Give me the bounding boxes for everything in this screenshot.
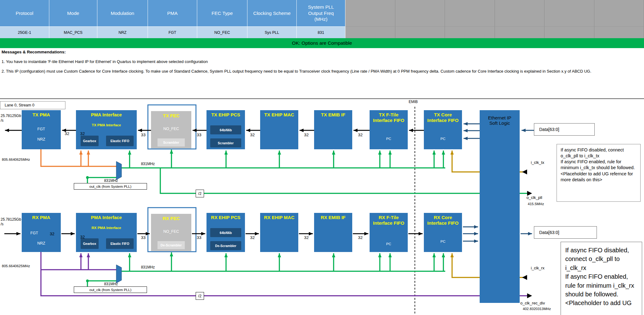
rx-core-fifo-block: RX Core Interface FIFO PC — [424, 213, 462, 252]
rx-pma-interface-title: PMA Interface — [76, 213, 137, 220]
table-value-cell[interactable]: NO_FEC — [197, 27, 247, 38]
tx-async-fifo-note: If async FIFO disabled, connect o_clk_pl… — [557, 144, 641, 202]
rx-ehip-pcs-block: RX EHIP PCS 64b/66b De-Scrambler — [207, 213, 245, 252]
table-value-cell-empty — [594, 27, 644, 38]
lane-label-box: Lane 0, Stream 0 — [0, 101, 65, 109]
emib-label: EMIB — [409, 100, 422, 104]
rx-ftile-fifo-title: RX F-Tile Interface FIFO — [370, 213, 408, 226]
tx-core-fifo-title: TX Core Interface FIFO — [424, 110, 462, 123]
i-clk-rx-label: i_clk_rx — [531, 266, 557, 270]
rx-fec-block: RX FEC NO_FEC De-Scrambler — [151, 214, 191, 251]
messages-title: Messages & Recommendations: — [2, 50, 641, 54]
bus-width-label: 33 — [192, 133, 206, 137]
table-value-cell[interactable]: Sys PLL — [247, 27, 297, 38]
tx-fec-mode: NO_FEC — [151, 127, 191, 131]
rx-pma-clock-label: 805.6640625MHz — [2, 264, 41, 268]
tx-pma-interface-subtitle: TX PMA Interface — [76, 123, 137, 127]
rx-pma-interface-subtitle: RX PMA Interface — [76, 226, 137, 230]
bus-width-label: 32 — [246, 235, 259, 240]
message-item: 1. You have to instantiate 'F-tile Ether… — [2, 59, 641, 65]
bus-width-label: 32 — [353, 133, 367, 137]
bus-width-label: 33 — [192, 235, 206, 240]
table-header-cell-empty — [395, 0, 445, 27]
rx-gearbox-subblock: Gearbox — [81, 238, 99, 249]
messages-section: Messages & Recommendations: 1. You have … — [2, 50, 641, 78]
rx-ehip-pcs-title: RX EHIP PCS — [207, 213, 245, 220]
table-header-cell-empty — [345, 0, 395, 27]
tx-831mhz-mux-label: 831MHz — [101, 178, 121, 183]
table-value-cell-empty — [544, 27, 594, 38]
table-value-cell-empty — [345, 27, 395, 38]
rx-emib-if-block: RX EMIB IF — [314, 213, 352, 252]
rx-fec-mode: NO_FEC — [151, 229, 191, 234]
table-value-cell[interactable]: 831 — [297, 27, 345, 38]
tx-ehip-pcs-block: TX EHIP PCS 64b/66b Scrambler — [207, 110, 245, 149]
message-item: 2. This IP (configuration) must use Cust… — [2, 69, 641, 74]
tx-ftile-fifo-title: TX F-Tile Interface FIFO — [370, 110, 408, 123]
table-header-cell-empty — [544, 0, 594, 27]
tx-gearbox-subblock: Gearbox — [81, 136, 99, 146]
tx-pma-title: TX PMA — [22, 110, 61, 118]
tx-serial-rate-label: 25.78125Gb/s — [1, 114, 22, 123]
rx-fec-descrambler-subblock: De-Scrambler — [158, 241, 185, 249]
rx-ftile-fifo-pc: PC — [370, 242, 408, 246]
table-value-cell[interactable]: NRZ — [97, 27, 148, 38]
rx-core-fifo-pc: PC — [424, 240, 462, 243]
rx-emib-if-title: RX EMIB IF — [314, 213, 352, 220]
tx-fec-scrambler-subblock: Scrambler — [158, 138, 185, 146]
tx-ftile-fifo-block: TX F-Tile Interface FIFO PC — [370, 110, 408, 149]
table-value-cell-empty — [445, 27, 495, 38]
compatibility-status-bar: OK: Options are Compatible — [0, 38, 644, 48]
rx-div2-box: /2 — [196, 292, 204, 300]
tx-64b66b-subblock: 64b/66b — [210, 125, 241, 134]
rx-serial-rate-label: 25.78125Gb/s — [1, 217, 22, 227]
config-table: ProtocolModeModulationPMAFEC TypeClockin… — [0, 0, 644, 38]
i-clk-tx-label: i_clk_tx — [531, 160, 557, 165]
bus-width-label: 32 — [77, 235, 88, 239]
o-clk-pll-label: o_clk_pll — [526, 195, 553, 200]
rx-out-clk-box: out_clk (from System PLL) — [74, 286, 147, 293]
rx-elastic-fifo-subblock: Elastic FIFO — [106, 238, 134, 249]
table-value-cell[interactable]: MAC_PCS — [49, 27, 97, 38]
tx-fec-block: TX FEC NO_FEC Scrambler — [151, 111, 191, 148]
tx-scrambler-subblock: Scrambler — [210, 138, 241, 147]
ethernet-ip-soft-logic-block: Ethernet IP Soft Logic — [480, 110, 520, 303]
tx-pma-modulation: NRZ — [22, 137, 61, 142]
table-header-cell-empty — [594, 0, 644, 27]
rx-pma-modulation: NRZ — [22, 241, 61, 245]
tx-out-clk-box: out_clk (from System PLL) — [74, 183, 147, 190]
configuration-tool-page: ProtocolModeModulationPMAFEC TypeClockin… — [0, 0, 644, 315]
table-header-cell-empty — [445, 0, 495, 27]
table-header-cell: PMA — [148, 0, 197, 27]
o-clk-rec-div-freq-label: 402.8320313MHz — [523, 307, 563, 311]
table-header-cell: Clocking Scheme — [247, 0, 297, 27]
rx-async-fifo-note: If async FIFO disabled, connect o_clk_pl… — [561, 242, 642, 315]
table-header-cell-empty — [495, 0, 545, 27]
tx-core-fifo-pc: PC — [424, 137, 462, 141]
tx-pma-type: FGT — [22, 127, 61, 131]
tx-pma-clock-label: 805.6640625MHz — [2, 158, 41, 161]
rx-64b66b-subblock: 64b/66b — [210, 228, 241, 237]
bus-width-label: 32 — [246, 133, 259, 137]
tx-emib-if-block: TX EMIB IF — [314, 110, 352, 149]
tx-ehip-pcs-title: TX EHIP PCS — [207, 110, 245, 118]
tx-831mhz-label: 831MHz — [138, 162, 158, 166]
o-clk-pll-freq-label: 415.5MHz — [528, 202, 556, 206]
rx-ftile-fifo-block: RX F-Tile Interface FIFO PC — [370, 213, 408, 252]
rx-ehip-mac-block: RX EHIP MAC — [260, 213, 298, 252]
table-value-cell[interactable]: 25GE-1 — [0, 27, 49, 38]
table-header-cell: Protocol — [0, 0, 49, 27]
table-header-cell: Modulation — [97, 0, 148, 27]
tx-fec-title: TX FEC — [151, 111, 191, 119]
tx-ehip-mac-title: TX EHIP MAC — [260, 110, 298, 118]
rx-pma-interface-block: PMA Interface RX PMA Interface Gearbox E… — [76, 213, 137, 252]
bus-width-label: 32 — [47, 232, 58, 236]
o-clk-rec-div-label: o_clk_rec_div — [520, 301, 555, 305]
ethernet-ip-soft-logic-label: Ethernet IP Soft Logic — [480, 110, 520, 126]
tx-ehip-mac-block: TX EHIP MAC — [260, 110, 298, 149]
tx-core-fifo-block: TX Core Interface FIFO PC — [424, 110, 462, 149]
table-value-cell[interactable]: FGT — [148, 27, 197, 38]
bus-width-label: 32 — [353, 235, 367, 240]
tx-ftile-fifo-pc: PC — [370, 137, 408, 141]
table-value-cell-empty — [395, 27, 445, 38]
